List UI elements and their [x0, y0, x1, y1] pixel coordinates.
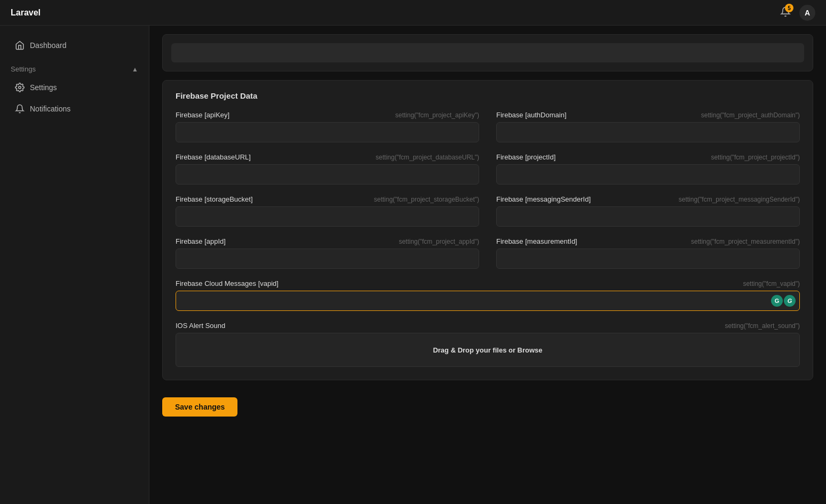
field-ios-sound-label-row: IOS Alert Sound setting("fcm_alert_sound…: [176, 322, 800, 330]
field-projectId-input[interactable]: [496, 164, 800, 185]
field-vapid-hint: setting("fcm_vapid"): [743, 280, 800, 287]
field-apiKey-label-row: Firebase [apiKey] setting("fcm_project_a…: [176, 111, 479, 119]
notification-badge: 5: [785, 4, 793, 12]
firebase-section: Firebase Project Data Firebase [apiKey] …: [162, 80, 813, 380]
notification-bell[interactable]: 5: [780, 6, 791, 19]
save-changes-button[interactable]: Save changes: [162, 397, 237, 417]
bell-icon: [15, 104, 25, 114]
field-authDomain-label: Firebase [authDomain]: [496, 111, 567, 119]
file-drop-zone[interactable]: Drag & Drop your files or Browse: [176, 333, 800, 367]
sidebar-settings-section-label: Settings: [11, 65, 36, 73]
svg-point-0: [19, 86, 21, 89]
field-ios-sound-label: IOS Alert Sound: [176, 322, 225, 330]
sidebar-item-settings[interactable]: Settings: [4, 77, 145, 98]
field-databaseURL: Firebase [databaseURL] setting("fcm_proj…: [176, 153, 479, 185]
field-vapid-input[interactable]: [176, 291, 800, 311]
chevron-up-icon: ▲: [132, 66, 138, 73]
field-ios-sound: IOS Alert Sound setting("fcm_alert_sound…: [176, 322, 800, 367]
grammarly-g-icon: G: [771, 295, 783, 307]
field-projectId-label-row: Firebase [projectId] setting("fcm_projec…: [496, 153, 800, 161]
topbar-right: 5 A: [780, 5, 815, 21]
grammarly-badge: G G: [771, 295, 796, 307]
top-stub-section: [162, 34, 813, 71]
field-authDomain-input[interactable]: [496, 122, 800, 142]
grammarly-circle-icon: G: [784, 295, 796, 307]
field-messagingSenderId: Firebase [messagingSenderId] setting("fc…: [496, 195, 800, 227]
sidebar-item-notifications[interactable]: Notifications: [4, 99, 145, 119]
field-apiKey-hint: setting("fcm_project_apiKey"): [395, 111, 479, 119]
sidebar: Dashboard Settings ▲ Settings Notificati…: [0, 26, 149, 504]
field-measurementId-label-row: Firebase [measurementId] setting("fcm_pr…: [496, 237, 800, 245]
field-authDomain-hint: setting("fcm_project_authDomain"): [701, 111, 800, 119]
home-icon: [15, 41, 25, 50]
save-bar: Save changes: [149, 389, 826, 425]
field-appId-hint: setting("fcm_project_appId"): [399, 238, 479, 245]
brand-logo: Laravel: [11, 8, 41, 18]
sidebar-item-notifications-label: Notifications: [30, 105, 70, 113]
field-databaseURL-label: Firebase [databaseURL]: [176, 153, 251, 161]
field-vapid: Firebase Cloud Messages [vapid] setting(…: [176, 279, 800, 311]
field-apiKey-label: Firebase [apiKey]: [176, 111, 229, 119]
field-apiKey: Firebase [apiKey] setting("fcm_project_a…: [176, 111, 479, 142]
field-storageBucket-hint: setting("fcm_project_storageBucket"): [374, 196, 479, 203]
field-authDomain: Firebase [authDomain] setting("fcm_proje…: [496, 111, 800, 142]
field-vapid-label-row: Firebase Cloud Messages [vapid] setting(…: [176, 279, 800, 287]
field-projectId: Firebase [projectId] setting("fcm_projec…: [496, 153, 800, 185]
field-messagingSenderId-input[interactable]: [496, 206, 800, 227]
field-storageBucket: Firebase [storageBucket] setting("fcm_pr…: [176, 195, 479, 227]
sidebar-item-dashboard[interactable]: Dashboard: [4, 35, 145, 55]
form-grid: Firebase [apiKey] setting("fcm_project_a…: [176, 111, 800, 367]
field-vapid-label: Firebase Cloud Messages [vapid]: [176, 279, 279, 287]
field-appId-label: Firebase [appId]: [176, 237, 226, 245]
field-messagingSenderId-label: Firebase [messagingSenderId]: [496, 195, 591, 203]
field-storageBucket-label-row: Firebase [storageBucket] setting("fcm_pr…: [176, 195, 479, 203]
field-measurementId-hint: setting("fcm_project_measurementId"): [691, 238, 800, 245]
field-authDomain-label-row: Firebase [authDomain] setting("fcm_proje…: [496, 111, 800, 119]
field-appId: Firebase [appId] setting("fcm_project_ap…: [176, 237, 479, 269]
field-apiKey-input[interactable]: [176, 122, 479, 142]
field-measurementId-label: Firebase [measurementId]: [496, 237, 577, 245]
gear-icon: [15, 83, 25, 92]
field-vapid-wrapper: G G: [176, 291, 800, 311]
field-measurementId: Firebase [measurementId] setting("fcm_pr…: [496, 237, 800, 269]
field-projectId-label: Firebase [projectId]: [496, 153, 555, 161]
user-avatar[interactable]: A: [799, 5, 815, 21]
field-measurementId-input[interactable]: [496, 249, 800, 269]
field-databaseURL-label-row: Firebase [databaseURL] setting("fcm_proj…: [176, 153, 479, 161]
field-storageBucket-input[interactable]: [176, 206, 479, 227]
field-projectId-hint: setting("fcm_project_projectId"): [711, 154, 800, 161]
field-storageBucket-label: Firebase [storageBucket]: [176, 195, 253, 203]
field-messagingSenderId-hint: setting("fcm_project_messagingSenderId"): [679, 196, 800, 203]
field-appId-input[interactable]: [176, 249, 479, 269]
sidebar-item-settings-label: Settings: [30, 83, 57, 92]
field-appId-label-row: Firebase [appId] setting("fcm_project_ap…: [176, 237, 479, 245]
file-drop-browse[interactable]: Browse: [518, 346, 543, 354]
topbar: Laravel 5 A: [0, 0, 826, 26]
field-databaseURL-input[interactable]: [176, 164, 479, 185]
file-drop-text: Drag & Drop your files or: [433, 346, 515, 354]
field-databaseURL-hint: setting("fcm_project_databaseURL"): [376, 154, 479, 161]
app-body: Dashboard Settings ▲ Settings Notificati…: [0, 26, 826, 504]
sidebar-settings-section: Settings ▲: [0, 57, 149, 76]
sidebar-item-dashboard-label: Dashboard: [30, 41, 67, 50]
section-title: Firebase Project Data: [176, 91, 800, 100]
stub-bar: [171, 43, 804, 62]
field-messagingSenderId-label-row: Firebase [messagingSenderId] setting("fc…: [496, 195, 800, 203]
field-ios-sound-hint: setting("fcm_alert_sound"): [725, 322, 800, 330]
main-content: Firebase Project Data Firebase [apiKey] …: [149, 26, 826, 504]
